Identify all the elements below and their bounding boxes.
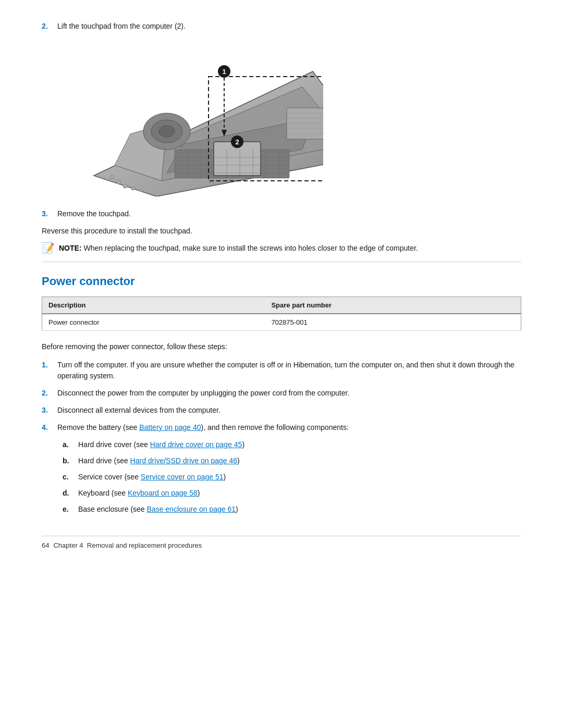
sub-step-d-text: Keyboard (see Keyboard on page 58): [78, 488, 521, 499]
svg-point-25: [159, 126, 175, 137]
main-step-2: 2. Disconnect the power from the compute…: [42, 388, 521, 399]
note-icon: 📝: [42, 242, 55, 254]
sub-step-c: c. Service cover (see Service cover on p…: [63, 472, 521, 483]
svg-point-36: [117, 180, 121, 184]
sub-step-c-label: c.: [63, 472, 78, 483]
svg-point-33: [123, 184, 127, 188]
touchpad-diagram: 1 2: [57, 40, 328, 198]
note-label: NOTE:: [59, 244, 82, 252]
table-header-description: Description: [42, 297, 265, 314]
step-3: 3. Remove the touchpad.: [42, 208, 521, 219]
svg-point-34: [131, 187, 134, 190]
sub-step-a-label: a.: [63, 439, 78, 450]
main-step-4-number: 4.: [42, 422, 57, 433]
sub-step-a-text: Hard drive cover (see Hard drive cover o…: [78, 439, 521, 450]
main-step-4: 4. Remove the battery (see Battery on pa…: [42, 422, 521, 433]
main-step-4-text: Remove the battery (see Battery on page …: [57, 422, 521, 433]
main-step-3-number: 3.: [42, 405, 57, 416]
sub-step-d: d. Keyboard (see Keyboard on page 58): [63, 488, 521, 499]
svg-point-37: [110, 175, 114, 179]
step-3-number: 3.: [42, 208, 57, 219]
sub-step-e: e. Base enclosure (see Base enclosure on…: [63, 504, 521, 515]
keyboard-link[interactable]: Keyboard on page 58: [128, 489, 198, 497]
step-2: 2. Lift the touchpad from the computer (…: [42, 21, 521, 32]
main-step-1-text: Turn off the computer. If you are unsure…: [57, 360, 521, 381]
sub-step-b-label: b.: [63, 455, 78, 466]
step-2-number: 2.: [42, 21, 57, 32]
hard-drive-link[interactable]: Hard drive/SSD drive on page 46: [130, 456, 237, 465]
main-step-2-text: Disconnect the power from the computer b…: [57, 388, 521, 399]
step-3-text: Remove the touchpad.: [57, 208, 521, 219]
base-enclosure-link[interactable]: Base enclosure on page 61: [147, 505, 236, 513]
note-box: 📝 NOTE: When replacing the touchpad, mak…: [42, 243, 521, 262]
main-step-1-number: 1.: [42, 360, 57, 381]
svg-text:1: 1: [222, 68, 226, 76]
step-2-text: Lift the touchpad from the computer (2).: [57, 21, 521, 32]
laptop-svg: 1 2: [63, 40, 323, 196]
hard-drive-cover-link[interactable]: Hard drive cover on page 45: [150, 440, 242, 449]
table-cell-part-number: 702875-001: [265, 314, 521, 331]
table-header-spare-part: Spare part number: [265, 297, 521, 314]
note-text: When replacing the touchpad, make sure t…: [83, 244, 418, 252]
svg-point-35: [139, 189, 142, 192]
main-step-3: 3. Disconnect all external devices from …: [42, 405, 521, 416]
svg-text:2: 2: [235, 138, 239, 146]
parts-table: Description Spare part number Power conn…: [42, 297, 521, 331]
table-header-row: Description Spare part number: [42, 297, 521, 314]
footer: 64 Chapter 4 Removal and replacement pro…: [42, 536, 521, 549]
sub-step-e-label: e.: [63, 504, 78, 515]
service-cover-link[interactable]: Service cover on page 51: [141, 473, 224, 481]
sub-step-d-label: d.: [63, 488, 78, 499]
main-step-1: 1. Turn off the computer. If you are uns…: [42, 360, 521, 381]
table-row: Power connector 702875-001: [42, 314, 521, 331]
footer-page-number: 64: [42, 541, 49, 549]
section-heading-power-connector: Power connector: [42, 275, 521, 288]
sub-step-c-text: Service cover (see Service cover on page…: [78, 472, 521, 483]
reverse-procedure-text: Reverse this procedure to install the to…: [42, 226, 521, 237]
sub-step-e-text: Base enclosure (see Base enclosure on pa…: [78, 504, 521, 515]
before-steps-intro: Before removing the power connector, fol…: [42, 341, 521, 352]
sub-step-b-text: Hard drive (see Hard drive/SSD drive on …: [78, 455, 521, 466]
sub-step-a: a. Hard drive cover (see Hard drive cove…: [63, 439, 521, 450]
table-cell-description: Power connector: [42, 314, 265, 331]
main-step-2-number: 2.: [42, 388, 57, 399]
footer-chapter: Chapter 4 Removal and replacement proced…: [53, 541, 202, 549]
note-content: NOTE: When replacing the touchpad, make …: [59, 243, 418, 254]
main-step-3-text: Disconnect all external devices from the…: [57, 405, 521, 416]
battery-link[interactable]: Battery on page 40: [139, 423, 201, 431]
sub-step-b: b. Hard drive (see Hard drive/SSD drive …: [63, 455, 521, 466]
